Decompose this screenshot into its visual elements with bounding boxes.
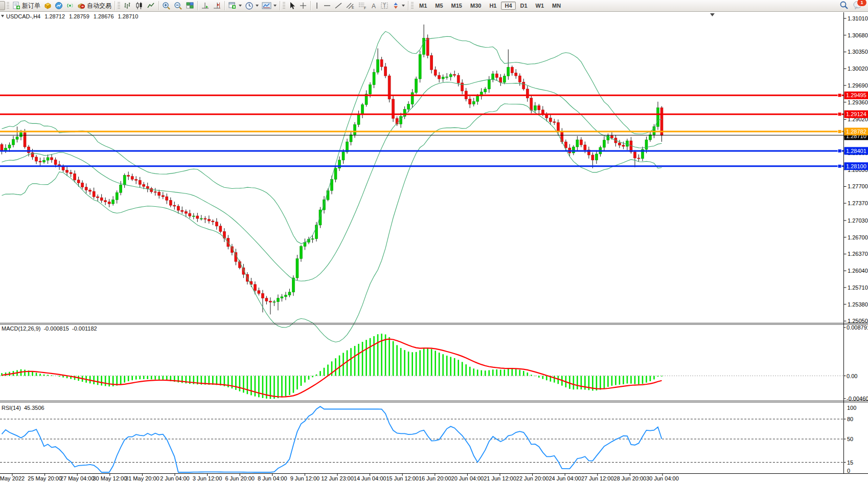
- main-toolbar: 新订单 自动交易: [0, 0, 868, 12]
- toolbar-grip[interactable]: [283, 2, 285, 10]
- timeframe-button-m15[interactable]: M15: [448, 2, 466, 10]
- signal-button[interactable]: [64, 1, 76, 11]
- symbol-period-label: USDCAD-,H4: [6, 13, 40, 19]
- tile-windows-button[interactable]: [184, 1, 196, 11]
- ohlc-collapse-icon[interactable]: [1, 15, 4, 17]
- svg-text:25 May 20:00: 25 May 20:00: [28, 475, 62, 481]
- price-badge: 1.28401: [846, 148, 866, 154]
- gold-cube-icon: [43, 2, 52, 10]
- svg-text:24 Jun 04:00: 24 Jun 04:00: [549, 475, 581, 481]
- fibonacci-tool[interactable]: F: [356, 1, 369, 11]
- level-lines[interactable]: [0, 94, 844, 168]
- notifications-button[interactable]: 1: [853, 1, 863, 11]
- new-order-button[interactable]: 新订单: [11, 1, 42, 11]
- timeframe-button-m1[interactable]: M1: [416, 2, 430, 10]
- svg-text:20 Jun 04:00: 20 Jun 04:00: [451, 475, 484, 481]
- arrows-tool[interactable]: [391, 1, 406, 11]
- channel-icon: E: [346, 2, 355, 10]
- svg-text:1.25710: 1.25710: [848, 284, 868, 291]
- toolbar-separator: [197, 1, 198, 10]
- template-button[interactable]: [260, 1, 278, 11]
- svg-text:15 Jun 12:00: 15 Jun 12:00: [386, 475, 419, 481]
- candlestick-chart-icon: [135, 2, 144, 10]
- bar-chart-button[interactable]: [122, 1, 133, 11]
- svg-text:1.30680: 1.30680: [848, 32, 868, 38]
- new-chart-button[interactable]: [226, 1, 243, 11]
- macd-axis: 0.0087910.00-0.004601: [844, 324, 868, 402]
- arrows-icon: [392, 2, 400, 10]
- new-order-icon: [12, 2, 20, 10]
- price-badge: 1.29124: [846, 111, 866, 117]
- toolbar-separator: [280, 1, 280, 10]
- svg-text:1.31010: 1.31010: [848, 15, 868, 21]
- chart-shift-marker[interactable]: [710, 13, 715, 16]
- notification-count-badge: 1: [857, 0, 867, 7]
- toolbar-grip[interactable]: [118, 2, 120, 10]
- timeframe-button-m5[interactable]: M5: [431, 2, 446, 10]
- svg-text:1.25050: 1.25050: [848, 318, 868, 324]
- svg-text:22 Jun 20:00: 22 Jun 20:00: [516, 475, 549, 481]
- svg-text:50: 50: [847, 436, 853, 442]
- rsi-axis: 1008050150: [844, 405, 857, 474]
- text-tool[interactable]: A: [369, 1, 379, 11]
- blue-chart-icon: [55, 2, 63, 10]
- svg-text:1.30020: 1.30020: [848, 65, 868, 72]
- line-chart-button[interactable]: [145, 1, 157, 11]
- svg-text:100: 100: [847, 405, 856, 411]
- autotrade-label: 自动交易: [87, 2, 111, 10]
- clipped-icon: [0, 1, 5, 10]
- timeframe-button-mn[interactable]: MN: [549, 2, 564, 10]
- zoom-in-button[interactable]: [161, 1, 172, 11]
- period-button[interactable]: [243, 1, 260, 11]
- timeframe-button-h4[interactable]: H4: [501, 2, 515, 10]
- zoom-in-icon: [162, 2, 171, 10]
- text-icon: A: [370, 2, 377, 10]
- time-axis[interactable]: May 202225 May 20:0027 May 04:0030 May 1…: [0, 474, 679, 481]
- timeframe-button-h1[interactable]: H1: [486, 2, 500, 10]
- svg-text:E: E: [352, 6, 354, 9]
- text-label-tool[interactable]: T: [379, 1, 391, 11]
- chart-canvas[interactable]: 1.310101.306801.303501.300201.296901.293…: [0, 0, 868, 482]
- price-badge: 1.28782: [846, 128, 866, 135]
- horizontal-line-tool[interactable]: [322, 1, 333, 11]
- svg-text:9 Jun 12:00: 9 Jun 12:00: [290, 475, 320, 481]
- svg-text:6 Jun 20:00: 6 Jun 20:00: [225, 475, 255, 481]
- rsi-grid: [0, 419, 844, 463]
- toolbar-grip[interactable]: [411, 2, 414, 10]
- timeframe-button-w1[interactable]: W1: [532, 2, 548, 10]
- timeframe-button-d1[interactable]: D1: [517, 2, 531, 10]
- vertical-line-tool[interactable]: [312, 1, 322, 11]
- svg-text:-0.004601: -0.004601: [847, 396, 868, 402]
- trendline-tool[interactable]: [333, 1, 344, 11]
- svg-text:1.29690: 1.29690: [848, 82, 868, 89]
- market-watch-button[interactable]: [53, 1, 64, 11]
- auto-scroll-button[interactable]: [199, 1, 211, 11]
- svg-text:1.27370: 1.27370: [848, 200, 868, 206]
- low-value: 1.28676: [94, 13, 114, 19]
- timeframe-button-m30[interactable]: M30: [467, 2, 485, 10]
- open-value: 1.28712: [44, 13, 65, 19]
- new-order-label: 新订单: [22, 2, 40, 10]
- autotrade-button[interactable]: 自动交易: [76, 1, 113, 11]
- svg-text:1.27700: 1.27700: [848, 183, 868, 189]
- dropdown-caret: [273, 5, 277, 7]
- toolbar-grip[interactable]: [7, 2, 9, 10]
- trendline-icon: [334, 2, 342, 10]
- signal-icon: [66, 2, 74, 10]
- zoom-out-button[interactable]: [172, 1, 184, 11]
- svg-text:3 Jun 12:00: 3 Jun 12:00: [193, 475, 222, 481]
- history-button[interactable]: [42, 1, 53, 11]
- chart-shift-button[interactable]: [211, 1, 223, 11]
- cursor-tool-button[interactable]: [287, 1, 298, 11]
- horizontal-line-icon: [323, 2, 331, 10]
- svg-text:0.00: 0.00: [847, 373, 857, 379]
- svg-text:1.26040: 1.26040: [848, 268, 868, 274]
- equidistant-channel-tool[interactable]: E: [344, 1, 356, 11]
- svg-text:31 May 20:00: 31 May 20:00: [125, 475, 159, 481]
- rsi-name: RSI(14): [2, 405, 21, 411]
- candlestick-chart-button[interactable]: [133, 1, 145, 11]
- crosshair-tool-button[interactable]: [298, 1, 309, 11]
- zoom-out-icon: [174, 2, 182, 10]
- svg-text:1.25380: 1.25380: [848, 301, 868, 308]
- search-icon[interactable]: [839, 1, 849, 11]
